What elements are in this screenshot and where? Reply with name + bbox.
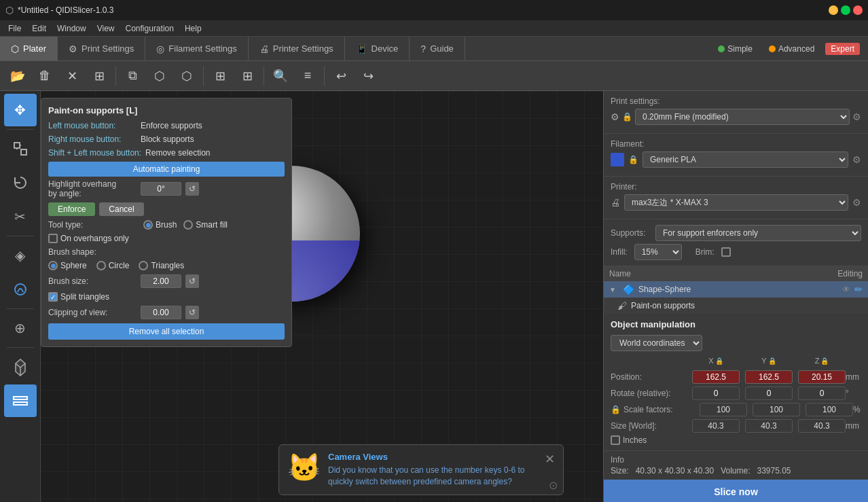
print-settings-label: Print settings: xyxy=(611,96,861,106)
mode-expert-btn[interactable]: Expert xyxy=(825,43,860,55)
support-paint-tool[interactable] xyxy=(4,273,37,306)
cut-tool[interactable]: ✂ xyxy=(4,200,37,233)
mode-advanced-btn[interactable]: Advanced xyxy=(763,43,820,55)
printer-gear-button[interactable]: ⚙ xyxy=(852,197,861,208)
tab-device[interactable]: 📱 Device xyxy=(345,37,410,60)
menu-edit[interactable]: Edit xyxy=(26,20,52,36)
brush-radio[interactable]: Brush xyxy=(143,220,177,230)
rotate-y-input[interactable] xyxy=(745,387,793,400)
close-button[interactable] xyxy=(853,5,863,15)
tab-guide[interactable]: ? Guide xyxy=(410,37,465,60)
enforce-button[interactable]: Enforce xyxy=(48,202,95,216)
supports-select[interactable]: For support enforcers only xyxy=(655,225,861,241)
rotate-x-input[interactable] xyxy=(692,387,740,400)
position-z-input[interactable] xyxy=(798,370,846,384)
reset-brush-size-button[interactable]: ↺ xyxy=(185,274,199,288)
info-label: Info xyxy=(611,455,624,465)
tab-plater[interactable]: ⬡ Plater xyxy=(0,37,58,60)
add-part-button[interactable]: ⬡ xyxy=(147,64,172,88)
position-y-input[interactable] xyxy=(745,370,793,384)
view-cube[interactable] xyxy=(4,351,37,383)
filament-select[interactable]: Generic PLA xyxy=(643,151,848,168)
rotate-z-input[interactable] xyxy=(798,387,846,400)
on-overhangs-only-row[interactable]: On overhangs only xyxy=(48,234,285,243)
tab-printer-settings[interactable]: 🖨 Printer Settings xyxy=(249,37,345,60)
brim-checkbox[interactable] xyxy=(721,247,731,257)
paint-on-supports-item[interactable]: 🖌 Paint-on supports xyxy=(604,298,868,314)
printer-label: Printer: xyxy=(611,182,861,192)
menu-help[interactable]: Help xyxy=(179,20,207,36)
slice-now-button[interactable]: Slice now xyxy=(604,480,868,502)
position-inputs xyxy=(692,370,846,384)
sphere-shape-radio[interactable]: Sphere xyxy=(48,261,87,270)
edit-icon[interactable]: ✏ xyxy=(854,284,863,295)
tooltip-close-button[interactable]: ✕ xyxy=(545,452,555,467)
clear-button[interactable]: ✕ xyxy=(60,64,84,88)
measure-tool[interactable]: ⊕ xyxy=(4,312,37,344)
menu-view[interactable]: View xyxy=(92,20,120,36)
brush-size-input[interactable] xyxy=(141,274,181,288)
inches-label: Inches xyxy=(623,435,647,445)
printer-select[interactable]: max3左边 * X-MAX 3 xyxy=(624,194,848,211)
brush-radio-dot xyxy=(143,220,153,230)
remove-all-selection-button[interactable]: Remove all selection xyxy=(48,323,285,340)
delete-button[interactable]: 🗑 xyxy=(33,64,57,88)
copy-button[interactable]: ⧉ xyxy=(120,64,145,88)
scale-z-input[interactable] xyxy=(806,403,853,416)
size-z-input[interactable] xyxy=(798,419,846,433)
split-triangles-row[interactable]: ✓ Split triangles xyxy=(48,292,285,302)
cancel-button[interactable]: Cancel xyxy=(99,202,143,216)
volume-label: Volume: xyxy=(721,466,750,476)
print-settings-gear-button[interactable]: ⚙ xyxy=(852,111,861,122)
filament-color-swatch[interactable] xyxy=(611,153,624,166)
triangles-shape-radio[interactable]: Triangles xyxy=(139,261,184,270)
clipping-input[interactable] xyxy=(141,306,181,319)
scale-y-input[interactable] xyxy=(753,403,800,416)
layers-button[interactable]: ≡ xyxy=(295,64,320,88)
coord-system-select[interactable]: World coordinates xyxy=(611,335,702,351)
search-button[interactable]: 🔍 xyxy=(268,64,293,88)
grid-button[interactable]: ⊞ xyxy=(208,64,232,88)
reset-clipping-button[interactable]: ↺ xyxy=(185,306,199,319)
position-x-input[interactable] xyxy=(692,370,740,384)
redo-button[interactable]: ↪ xyxy=(356,64,380,88)
menu-configuration[interactable]: Configuration xyxy=(120,20,179,36)
tab-print-settings[interactable]: ⚙ Print Settings xyxy=(58,37,145,60)
automatic-painting-button[interactable]: Automatic painting xyxy=(48,162,285,177)
minimize-button[interactable] xyxy=(829,5,838,15)
arrange-button[interactable]: ⊞ xyxy=(87,64,111,88)
reset-highlight-button[interactable]: ↺ xyxy=(185,182,199,196)
undo-button[interactable]: ↩ xyxy=(329,64,353,88)
scale-tool[interactable] xyxy=(4,132,37,165)
toolbar-sep-3 xyxy=(264,67,264,86)
coord-system-row: World coordinates xyxy=(611,335,861,351)
infill-label: Infill: xyxy=(611,247,628,257)
tab-filament-settings[interactable]: ◎ Filament Settings xyxy=(145,37,248,60)
fill-tool[interactable]: ◈ xyxy=(4,239,37,272)
tooltip-corner-button[interactable]: ⊙ xyxy=(549,479,558,492)
size-y-input[interactable] xyxy=(745,419,793,433)
scale-x-input[interactable] xyxy=(700,403,747,416)
menu-file[interactable]: File xyxy=(3,20,26,36)
rotate-tool[interactable] xyxy=(4,166,37,199)
smart-fill-radio[interactable]: Smart fill xyxy=(183,220,228,230)
open-file-button[interactable]: 📂 xyxy=(5,64,30,88)
brush-size-label: Brush size: xyxy=(48,276,137,286)
viewport[interactable]: Paint-on supports [L] Left mouse button:… xyxy=(41,91,603,502)
move-tool[interactable]: ✥ xyxy=(4,94,37,126)
mode-simple-btn[interactable]: Simple xyxy=(712,43,758,55)
layer-view-tool[interactable] xyxy=(4,384,37,417)
filament-gear-button[interactable]: ⚙ xyxy=(852,154,861,165)
menu-window[interactable]: Window xyxy=(52,20,92,36)
circle-shape-radio[interactable]: Circle xyxy=(96,261,130,270)
inches-checkbox[interactable] xyxy=(611,435,620,445)
visibility-eye-icon[interactable]: 👁 xyxy=(842,285,850,294)
shape-sphere-item[interactable]: ▼ 🔷 Shape-Sphere 👁 ✏ xyxy=(604,281,868,298)
grid2-button[interactable]: ⊞ xyxy=(235,64,259,88)
maximize-button[interactable] xyxy=(841,5,850,15)
size-x-input[interactable] xyxy=(692,419,740,433)
print-settings-select[interactable]: 0.20mm Fine (modified) xyxy=(635,109,850,125)
highlight-angle-input[interactable] xyxy=(141,182,181,196)
infill-select[interactable]: 15% xyxy=(634,244,682,260)
mirror-button[interactable]: ⬡ xyxy=(175,64,199,88)
